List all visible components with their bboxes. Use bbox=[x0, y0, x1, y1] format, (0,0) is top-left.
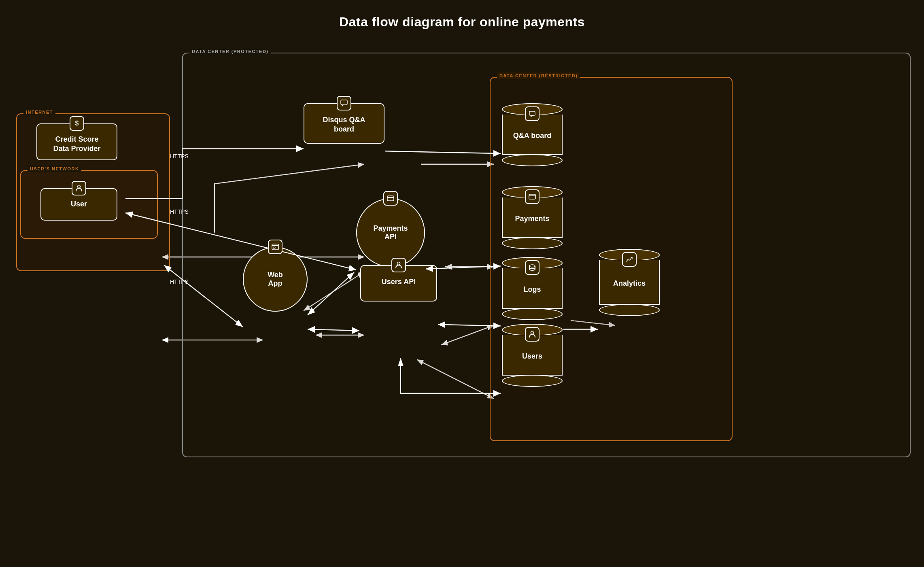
disqus-qa-label: Disqus Q&A board bbox=[323, 116, 365, 133]
analytics-db-label: Analytics bbox=[613, 279, 646, 288]
svg-point-21 bbox=[529, 265, 535, 267]
node-payments-db: Payments bbox=[502, 186, 563, 249]
node-payments-api: Payments API bbox=[356, 198, 425, 267]
node-qa-board-db: Q&A board bbox=[502, 103, 563, 166]
node-user: User bbox=[40, 188, 117, 221]
web-app-label: Web App bbox=[268, 271, 283, 288]
zone-datacenter-protected-label: DATA CENTER (PROTECTED) bbox=[189, 48, 271, 55]
svg-rect-16 bbox=[273, 247, 275, 248]
node-credit-score: $ Credit Score Data Provider bbox=[36, 123, 117, 160]
node-analytics-db: Analytics bbox=[599, 249, 660, 316]
zone-internet-label: INTERNET bbox=[23, 109, 55, 115]
users-db-icon bbox=[525, 327, 540, 342]
users-api-label: Users API bbox=[382, 278, 416, 286]
https-label-2: HTTPS bbox=[170, 153, 189, 159]
node-users-api: Users API bbox=[360, 265, 437, 302]
payments-api-label: Payments API bbox=[373, 224, 408, 241]
https-label-3: HTTPS bbox=[170, 278, 189, 285]
svg-point-22 bbox=[531, 331, 534, 334]
node-web-app: Web App bbox=[243, 247, 308, 312]
dollar-icon: $ bbox=[70, 116, 84, 131]
user-icon bbox=[72, 181, 86, 195]
webapp-icon bbox=[268, 240, 283, 254]
users-api-icon bbox=[391, 258, 406, 272]
user-label: User bbox=[71, 200, 87, 208]
page-title: Data flow diagram for online payments bbox=[0, 0, 924, 30]
payments-db-label: Payments bbox=[515, 214, 549, 223]
svg-rect-12 bbox=[387, 196, 394, 201]
credit-score-label: Credit Score Data Provider bbox=[53, 135, 100, 153]
svg-point-17 bbox=[397, 262, 400, 265]
node-logs-db: Logs bbox=[502, 257, 563, 320]
svg-point-10 bbox=[78, 185, 81, 188]
svg-rect-18 bbox=[529, 111, 535, 115]
node-users-db: Users bbox=[502, 324, 563, 387]
https-label-1: HTTPS bbox=[170, 208, 189, 215]
users-db-label: Users bbox=[522, 352, 542, 361]
qa-db-icon bbox=[525, 106, 540, 121]
zone-datacenter-restricted-label: DATA CENTER (RESTRICTED) bbox=[497, 72, 580, 79]
chat-icon bbox=[337, 96, 351, 110]
node-disqus-qa: Disqus Q&A board bbox=[304, 103, 384, 144]
analytics-db-icon bbox=[622, 252, 637, 267]
svg-rect-19 bbox=[529, 194, 535, 199]
card-icon bbox=[383, 191, 398, 206]
payments-db-icon bbox=[525, 189, 540, 204]
qa-board-db-label: Q&A board bbox=[513, 132, 551, 140]
logs-db-icon bbox=[525, 260, 540, 275]
logs-db-label: Logs bbox=[524, 285, 541, 294]
zone-users-network-label: USER'S NETWORK bbox=[28, 166, 81, 172]
svg-rect-11 bbox=[341, 100, 347, 105]
